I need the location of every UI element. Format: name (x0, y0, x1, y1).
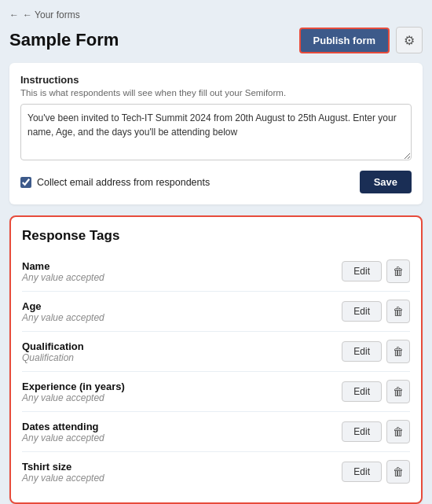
tag-actions: Edit 🗑 (342, 340, 410, 363)
delete-button[interactable]: 🗑 (386, 380, 410, 403)
tag-actions: Edit 🗑 (342, 380, 410, 403)
tag-value: Any value accepted (22, 272, 104, 283)
trash-icon: 🗑 (393, 345, 404, 358)
response-tags-title: Response Tags (22, 228, 410, 244)
delete-button[interactable]: 🗑 (386, 460, 410, 484)
tag-name: Experience (in years) (22, 381, 125, 392)
edit-button[interactable]: Edit (342, 462, 382, 482)
trash-icon: 🗑 (393, 465, 404, 478)
instructions-card: Instructions This is what respondents wi… (9, 63, 423, 204)
edit-button[interactable]: Edit (342, 381, 382, 402)
instructions-textarea[interactable] (20, 104, 412, 160)
edit-button[interactable]: Edit (342, 341, 382, 362)
tag-value: Any value accepted (22, 392, 125, 403)
tag-row: Age Any value accepted Edit 🗑 (22, 292, 410, 332)
tag-name: Age (22, 300, 104, 312)
delete-button[interactable]: 🗑 (386, 420, 410, 443)
tag-info: Dates attending Any value accepted (22, 421, 104, 443)
tag-row: Qualification Qualification Edit 🗑 (22, 332, 410, 372)
header-actions: Publish form ⚙ (299, 27, 423, 53)
tag-name: Qualification (22, 340, 84, 352)
response-tags-card: Response Tags Name Any value accepted Ed… (9, 215, 423, 504)
tags-list: Name Any value accepted Edit 🗑 Age Any v… (22, 252, 410, 491)
tag-actions: Edit 🗑 (342, 460, 410, 484)
instructions-title: Instructions (20, 74, 412, 86)
tag-value: Any value accepted (22, 312, 104, 323)
tag-info: Experience (in years) Any value accepted (22, 381, 125, 403)
tag-info: Qualification Qualification (22, 340, 84, 363)
tag-actions: Edit 🗑 (342, 420, 410, 443)
page-title: Sample Form (9, 30, 119, 50)
collect-email-wrap: Collect email address from respondents (20, 177, 210, 188)
tag-info: Age Any value accepted (22, 300, 104, 323)
collect-email-checkbox[interactable] (20, 177, 31, 188)
tag-name: Name (22, 260, 104, 272)
tag-name: Tshirt size (22, 461, 104, 473)
tag-actions: Edit 🗑 (342, 259, 410, 283)
trash-icon: 🗑 (393, 265, 404, 278)
tag-row: Tshirt size Any value accepted Edit 🗑 (22, 452, 410, 491)
edit-button[interactable]: Edit (342, 261, 382, 281)
delete-button[interactable]: 🗑 (386, 340, 410, 363)
email-row: Collect email address from respondents S… (20, 171, 412, 193)
tag-value: Qualification (22, 352, 84, 363)
tag-info: Tshirt size Any value accepted (22, 461, 104, 484)
tag-info: Name Any value accepted (22, 260, 104, 283)
instructions-subtitle: This is what respondents will see when t… (20, 88, 412, 97)
back-link[interactable]: ← ← Your forms (9, 9, 423, 20)
delete-button[interactable]: 🗑 (386, 259, 410, 283)
tag-row: Name Any value accepted Edit 🗑 (22, 252, 410, 292)
trash-icon: 🗑 (393, 425, 404, 438)
trash-icon: 🗑 (393, 305, 404, 318)
page-header: Sample Form Publish form ⚙ (9, 27, 423, 53)
back-link-label: ← Your forms (23, 9, 80, 20)
tag-row: Dates attending Any value accepted Edit … (22, 412, 410, 452)
delete-button[interactable]: 🗑 (386, 300, 410, 323)
collect-email-label: Collect email address from respondents (37, 177, 210, 188)
back-arrow-icon: ← (9, 9, 19, 20)
publish-form-button[interactable]: Publish form (299, 28, 390, 53)
tag-name: Dates attending (22, 421, 104, 432)
save-button[interactable]: Save (360, 171, 412, 193)
edit-button[interactable]: Edit (342, 301, 382, 322)
trash-icon: 🗑 (393, 385, 404, 398)
tag-value: Any value accepted (22, 432, 104, 443)
tag-value: Any value accepted (22, 473, 104, 484)
gear-icon: ⚙ (404, 33, 415, 48)
tag-actions: Edit 🗑 (342, 300, 410, 323)
tag-row: Experience (in years) Any value accepted… (22, 372, 410, 412)
edit-button[interactable]: Edit (342, 421, 382, 442)
settings-button[interactable]: ⚙ (396, 27, 423, 53)
